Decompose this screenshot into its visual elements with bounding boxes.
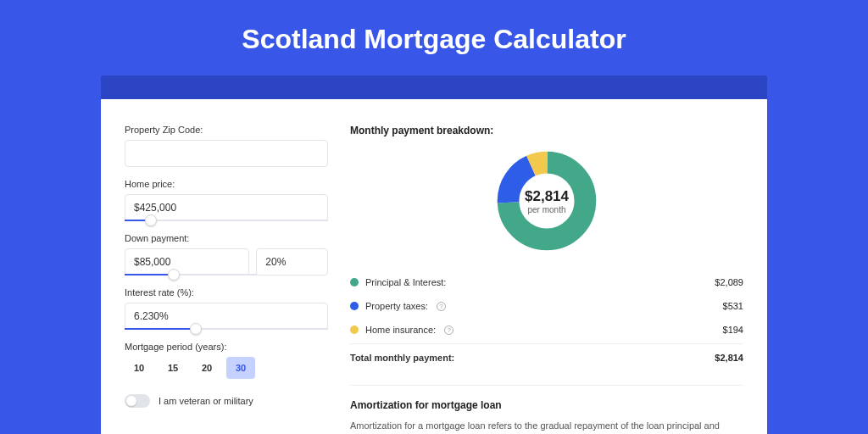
donut-center: $2,814 per month <box>525 188 569 214</box>
amortization-text: Amortization for a mortgage loan refers … <box>350 420 743 434</box>
legend-dot-icon <box>350 302 359 310</box>
donut-center-value: $2,814 <box>525 188 569 205</box>
down-payment-slider[interactable] <box>125 274 257 275</box>
amortization-title: Amortization for mortgage loan <box>350 399 743 411</box>
donut-chart: $2,814 per month <box>496 150 598 252</box>
legend-label: Home insurance: <box>365 325 436 335</box>
home-price-label: Home price: <box>125 179 328 189</box>
total-value: $2,814 <box>715 353 743 363</box>
down-payment-percent-input[interactable] <box>256 248 328 275</box>
amortization-section: Amortization for mortgage loan Amortizat… <box>350 385 743 434</box>
veteran-toggle-row: I am veteran or military <box>125 394 328 408</box>
zip-field: Property Zip Code: <box>125 125 328 167</box>
legend-row-taxes: Property taxes: ? $531 <box>350 294 743 318</box>
period-field: Mortgage period (years): 10 15 20 30 <box>125 342 328 379</box>
donut-chart-wrap: $2,814 per month <box>350 150 743 252</box>
zip-label: Property Zip Code: <box>125 125 328 135</box>
calculator-outer-card: Property Zip Code: Home price: Down paym… <box>101 75 767 434</box>
donut-center-label: per month <box>525 205 569 214</box>
period-btn-15[interactable]: 15 <box>159 357 187 379</box>
interest-rate-slider[interactable] <box>125 328 328 330</box>
period-label: Mortgage period (years): <box>125 342 328 352</box>
breakdown-column: Monthly payment breakdown: $2,814 per mo… <box>350 125 743 434</box>
page-title: Scotland Mortgage Calculator <box>0 0 868 75</box>
toggle-knob <box>126 396 136 406</box>
down-payment-label: Down payment: <box>125 233 328 243</box>
home-price-field: Home price: <box>125 179 328 221</box>
info-icon[interactable]: ? <box>437 302 446 311</box>
down-payment-field: Down payment: <box>125 233 328 275</box>
legend-row-principal: Principal & Interest: $2,089 <box>350 270 743 294</box>
period-btn-10[interactable]: 10 <box>125 357 153 379</box>
down-payment-amount-input[interactable] <box>125 248 249 275</box>
legend-value: $531 <box>723 301 743 311</box>
total-label: Total monthly payment: <box>350 353 454 363</box>
interest-rate-input[interactable] <box>125 303 328 330</box>
legend-value: $194 <box>723 325 743 335</box>
form-column: Property Zip Code: Home price: Down paym… <box>125 125 328 434</box>
veteran-toggle-label: I am veteran or military <box>159 396 253 406</box>
legend-dot-icon <box>350 278 359 287</box>
legend-dot-icon <box>350 326 359 334</box>
period-btn-20[interactable]: 20 <box>192 357 221 379</box>
legend-label: Property taxes: <box>365 301 428 311</box>
home-price-slider[interactable] <box>125 220 328 221</box>
legend-label: Principal & Interest: <box>365 277 446 287</box>
legend-row-total: Total monthly payment: $2,814 <box>350 343 743 370</box>
interest-rate-field: Interest rate (%): <box>125 287 328 330</box>
legend-value: $2,089 <box>715 277 743 287</box>
calculator-card: Property Zip Code: Home price: Down paym… <box>101 99 767 434</box>
interest-rate-label: Interest rate (%): <box>125 287 328 298</box>
breakdown-title: Monthly payment breakdown: <box>350 125 743 136</box>
info-icon[interactable]: ? <box>444 326 453 335</box>
legend-row-insurance: Home insurance: ? $194 <box>350 318 743 342</box>
period-btn-30[interactable]: 30 <box>226 357 255 379</box>
zip-input[interactable] <box>125 140 328 167</box>
veteran-toggle[interactable] <box>125 394 150 408</box>
